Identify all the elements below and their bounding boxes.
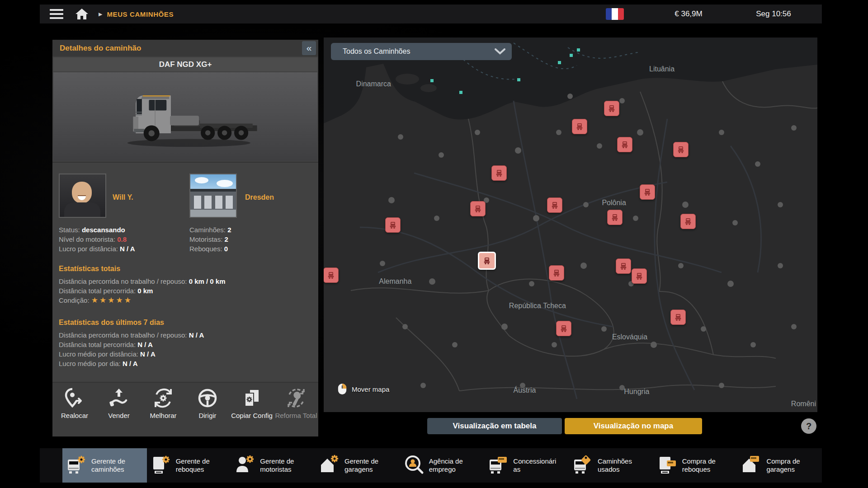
- action-realocar[interactable]: Realocar: [52, 383, 97, 436]
- stats-total-rows: Distância percorrida no trabalho / repou…: [59, 277, 226, 296]
- action-vender[interactable]: Vender: [97, 383, 141, 436]
- breadcrumb: MEUS CAMINHÕES: [107, 10, 174, 18]
- divider: [52, 162, 318, 163]
- nav-gerente-de-motoristas[interactable]: Gerente de motoristas: [231, 448, 316, 483]
- garage-info: Caminhões: 2Motoristas: 2Reboques: 0: [189, 225, 231, 253]
- driver-photo[interactable]: [59, 174, 106, 218]
- panel-header: Detalhes do caminhão «: [52, 40, 318, 56]
- truck-marker-icon: [388, 221, 397, 230]
- collapse-panel-button[interactable]: «: [302, 41, 316, 55]
- truck-marker[interactable]: [572, 119, 587, 134]
- truck-marker[interactable]: [607, 210, 623, 225]
- garage-photo[interactable]: [189, 174, 237, 218]
- nav-caminhões-usados[interactable]: Caminhões usados: [569, 448, 653, 483]
- action-reforma-total: Reforma Total: [274, 383, 318, 436]
- upgrade-icon: [152, 386, 174, 410]
- truck-marker-icon: [575, 122, 584, 131]
- drive-icon: [197, 386, 218, 410]
- truck-marker-icon: [550, 201, 559, 210]
- nav-gerente-de-caminhões[interactable]: Gerente de caminhões: [62, 448, 147, 483]
- truck-image: DD XI 79: [53, 72, 317, 161]
- truck-marker-icon: [684, 217, 693, 226]
- country-label: Romêni: [791, 400, 816, 408]
- truck-marker[interactable]: [470, 201, 486, 216]
- nav-gerente-de-garagens[interactable]: Gerente de garagens: [316, 448, 400, 483]
- truck-marker-icon: [326, 271, 335, 280]
- driver-name[interactable]: Will Y.: [113, 193, 133, 202]
- nav-gerente-de-reboques[interactable]: Gerente de reboques: [147, 448, 231, 483]
- truck-marker[interactable]: [604, 101, 619, 116]
- sell-icon: [108, 386, 130, 410]
- info-row: Lucro por distância: N / A: [59, 244, 135, 253]
- truck-marker-icon: [473, 204, 482, 213]
- garage-name[interactable]: Dresden: [245, 193, 274, 202]
- truck-name: DAF NGD XG+: [53, 57, 317, 71]
- action-copiar-config[interactable]: Copiar Config: [230, 383, 274, 436]
- truck-marker[interactable]: [385, 217, 401, 233]
- truck-marker[interactable]: [673, 142, 689, 157]
- truck-filter-dropdown[interactable]: Todos os Caminhões: [331, 43, 512, 60]
- truck-marker-icon: [482, 256, 491, 265]
- truck-marker-icon: [559, 324, 568, 333]
- country-label: República Tcheca: [509, 302, 566, 310]
- info-row: Reboques: 0: [189, 244, 231, 253]
- employment-icon: [404, 454, 425, 477]
- country-label: Alemanha: [379, 277, 411, 286]
- ets2-fleet-manager-screen: ▶ MEUS CAMINHÕES € 36,9M Seg 10:56 Detal…: [0, 0, 868, 488]
- stats-week-rows: Distância percorrida no trabalho / repou…: [59, 330, 204, 368]
- truck-marker[interactable]: [616, 258, 631, 274]
- info-row: Distância percorrida no trabalho / repou…: [59, 330, 204, 340]
- stats-total-title: Estatísticas totais: [59, 265, 120, 273]
- relocate-icon: [64, 386, 85, 410]
- truck-marker-icon: [607, 104, 616, 113]
- game-clock: Seg 10:56: [749, 9, 798, 19]
- info-row: Distância percorrida no trabalho / repou…: [59, 277, 226, 286]
- trailer-gear-icon: [151, 454, 171, 477]
- map-view-button[interactable]: Visualização no mapa: [565, 418, 702, 434]
- truck-marker-icon: [620, 140, 629, 149]
- nav-compra-de-reboques[interactable]: Compra de reboques: [653, 448, 738, 483]
- trailer-buy-icon: [657, 454, 678, 477]
- breadcrumb-arrow-icon: ▶: [99, 11, 102, 17]
- overhaul-icon: [285, 386, 307, 410]
- copy-config-icon: [241, 386, 263, 410]
- info-row: Status: descansando: [59, 225, 135, 235]
- info-row: Nível do motorista: 0.8: [59, 235, 135, 244]
- manager-nav-bar: Gerente de caminhões Gerente de reboques…: [40, 448, 822, 483]
- menu-icon[interactable]: [50, 9, 63, 19]
- truck-marker[interactable]: [680, 214, 696, 229]
- truck-marker[interactable]: [547, 197, 562, 213]
- truck-marker[interactable]: [670, 310, 686, 325]
- truck-marker-icon: [610, 213, 619, 222]
- driver-gear-icon: [235, 454, 255, 477]
- top-bar: ▶ MEUS CAMINHÕES € 36,9M Seg 10:56: [40, 5, 822, 23]
- truck-details-panel: Detalhes do caminhão « DAF NGD XG+: [52, 40, 318, 436]
- info-row: Lucro médio por distância: N / A: [59, 349, 204, 359]
- used-trucks-icon: [572, 454, 593, 477]
- move-map-control[interactable]: Mover mapa: [337, 383, 389, 395]
- nav-concessionárias[interactable]: Concessionárias: [484, 448, 569, 483]
- info-row: Motoristas: 2: [189, 235, 231, 244]
- nav-compra-de-garagens[interactable]: Compra de garagens: [737, 448, 822, 483]
- action-melhorar[interactable]: Melhorar: [141, 383, 185, 436]
- nav-agência-de-emprego[interactable]: Agência de emprego: [400, 448, 485, 483]
- dropdown-value: Todos os Caminhões: [343, 47, 410, 56]
- country-label: Áustria: [514, 386, 536, 394]
- fleet-map[interactable]: DinamarcaLituâniaPolôniaAlemanhaRepúblic…: [324, 38, 817, 412]
- table-view-button[interactable]: Visualização em tabela: [427, 418, 562, 434]
- action-dirigir[interactable]: Dirigir: [185, 383, 230, 436]
- move-map-label: Mover mapa: [352, 385, 389, 393]
- info-row: Distância total percorrida: 0 km: [59, 286, 226, 296]
- truck-marker[interactable]: [324, 267, 339, 283]
- mouse-icon: [337, 383, 347, 395]
- home-icon[interactable]: [75, 8, 89, 20]
- truck-marker[interactable]: [632, 268, 647, 284]
- truck-marker-selected[interactable]: [478, 252, 496, 270]
- garage-buy-icon: [741, 454, 762, 477]
- truck-marker[interactable]: [617, 137, 632, 152]
- truck-marker[interactable]: [556, 321, 571, 336]
- help-button[interactable]: ?: [801, 418, 816, 434]
- truck-marker[interactable]: [640, 184, 655, 200]
- truck-marker[interactable]: [491, 165, 507, 181]
- truck-marker[interactable]: [549, 265, 564, 281]
